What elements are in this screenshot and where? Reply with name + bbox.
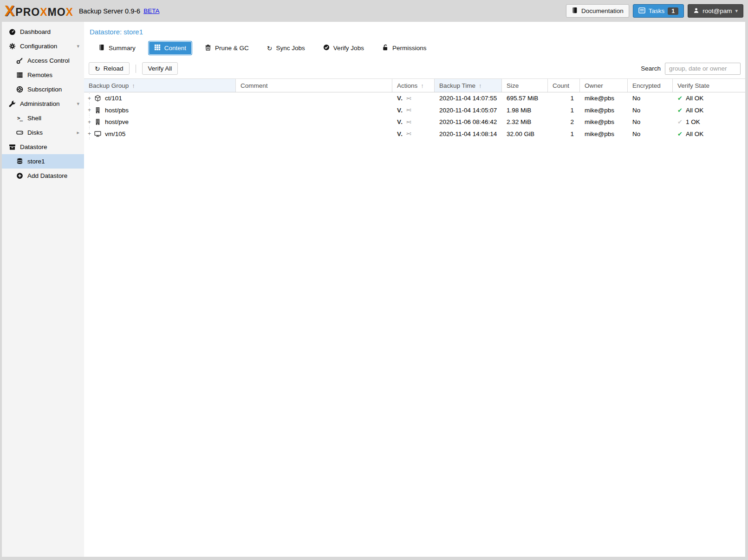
count-cell: 1 [548,128,580,140]
owner-cell: mike@pbs [580,128,628,140]
brand-part: MO [48,6,66,18]
comment-cell [236,128,392,140]
table-row[interactable]: + vm/105 V. ✂ 2020-11-04 14:08:14 32.00 … [84,128,745,140]
column-header-count[interactable]: Count [548,79,580,92]
tab-summary[interactable]: Summary [93,41,141,55]
search-input[interactable] [665,63,741,75]
host-icon [94,107,102,114]
actions-cell: V. ✂ [392,104,435,117]
table-row[interactable]: + host/pbs V. ✂ 2020-11-04 14:05:07 1.98… [84,104,745,117]
comment-cell [236,104,392,117]
expand-icon[interactable]: + [86,119,92,125]
expand-icon[interactable]: + [86,107,92,113]
prune-scissors-icon[interactable]: ✂ [406,130,411,137]
sidebar-item-label: Administration [20,100,60,107]
sort-asc-icon: ↑ [479,82,482,89]
verify-state-label: All OK [686,107,703,114]
tab-content[interactable]: Content [149,41,192,55]
column-header-actions[interactable]: Actions ↑ [392,79,435,92]
column-header-backup-group[interactable]: Backup Group ↑ [84,79,236,92]
hdd-icon [15,129,24,136]
sidebar: Dashboard Configuration ▾ Access Control… [2,22,84,557]
sidebar-item-label: Configuration [20,43,57,50]
tasks-label: Tasks [649,7,665,14]
reload-button[interactable]: ↻ Reload [89,62,130,75]
verify-action-button[interactable]: V. [397,107,403,114]
prune-scissors-icon[interactable]: ✂ [406,118,411,126]
tasks-count-badge: 1 [668,7,678,15]
user-menu-button[interactable]: root@pam ▾ [688,4,743,18]
sidebar-item-administration[interactable]: Administration ▾ [2,97,84,111]
sidebar-item-dashboard[interactable]: Dashboard [2,25,84,39]
sidebar-item-shell[interactable]: >_ Shell [2,111,84,125]
verify-state-label: All OK [686,95,703,102]
reload-label: Reload [104,65,124,72]
expand-icon[interactable]: + [86,130,92,137]
size-cell: 695.57 MiB [502,92,548,104]
owner-cell: mike@pbs [580,104,628,117]
comment-cell [236,92,392,104]
life-ring-icon [15,86,24,93]
tab-bar: Summary Content Prune & GC ↻ Sync Jobs [84,38,745,59]
sidebar-item-label: Disks [27,129,43,136]
column-header-encrypted[interactable]: Encrypted [628,79,673,92]
encrypted-cell: No [628,128,673,140]
column-header-owner[interactable]: Owner [580,79,628,92]
verify-action-button[interactable]: V. [397,118,403,125]
verify-state-label: All OK [686,130,703,137]
verify-action-button[interactable]: V. [397,95,403,102]
sidebar-item-subscription[interactable]: Subscription [2,82,84,97]
proxmox-logo: X PROXMOX [5,4,73,19]
sidebar-item-label: Add Datastore [27,172,67,179]
toolbar-separator [136,65,136,73]
column-header-comment[interactable]: Comment [236,79,392,92]
sidebar-item-store1[interactable]: store1 [2,154,84,169]
column-header-backup-time[interactable]: Backup Time ↑ [435,79,502,92]
check-circle-icon [323,44,330,52]
encrypted-cell: No [628,116,673,128]
backup-group-label: host/pbs [105,107,129,114]
verify-action-button[interactable]: V. [397,130,403,137]
sidebar-item-disks[interactable]: Disks ▸ [2,125,84,140]
tab-prune-gc[interactable]: Prune & GC [200,41,254,55]
column-header-size[interactable]: Size [502,79,548,92]
tab-label: Sync Jobs [276,45,305,52]
column-label: Size [507,82,519,89]
tasks-button[interactable]: Tasks 1 [633,4,684,18]
grid-icon [154,44,161,52]
chevron-down-icon[interactable]: ▾ [77,43,79,49]
sidebar-item-label: Remotes [27,72,52,78]
prune-scissors-icon[interactable]: ✂ [406,95,411,102]
sort-asc-icon: ↑ [132,82,135,89]
sidebar-item-add-datastore[interactable]: Add Datastore [2,169,84,183]
sidebar-item-access-control[interactable]: Access Control [2,53,84,68]
sidebar-item-remotes[interactable]: Remotes [2,68,84,82]
column-header-verify-state[interactable]: Verify State [673,79,745,92]
key-icon [15,57,24,64]
chevron-down-icon[interactable]: ▾ [77,101,79,107]
unlock-icon [382,44,389,52]
beta-link[interactable]: BETA [143,7,159,14]
verify-state-cell: ✔ 1 OK [673,116,745,128]
prune-scissors-icon[interactable]: ✂ [406,106,411,114]
check-icon: ✔ [677,95,683,102]
backup-time-cell: 2020-11-06 08:46:42 [435,116,502,128]
table-row[interactable]: + host/pve V. ✂ 2020-11-06 08:46:42 2.32… [84,116,745,128]
verify-all-button[interactable]: Verify All [142,62,178,75]
tab-sync-jobs[interactable]: ↻ Sync Jobs [262,41,310,55]
sidebar-item-configuration[interactable]: Configuration ▾ [2,39,84,53]
database-icon [15,158,24,165]
chevron-right-icon[interactable]: ▸ [77,130,79,136]
tab-verify-jobs[interactable]: Verify Jobs [318,41,369,55]
user-label: root@pam [702,7,732,14]
tab-permissions[interactable]: Permissions [377,41,432,55]
table-row[interactable]: + ct/101 V. ✂ 2020-11-04 14:07:55 695.57… [84,92,745,104]
expand-icon[interactable]: + [86,95,92,102]
encrypted-cell: No [628,92,673,104]
sidebar-item-datastore[interactable]: Datastore [2,140,84,154]
verify-state-label: 1 OK [686,118,700,125]
proxmox-x-mark-icon: X [5,4,14,18]
size-cell: 32.00 GiB [502,128,548,140]
documentation-button[interactable]: Documentation [566,4,629,18]
column-label: Verify State [677,82,709,89]
